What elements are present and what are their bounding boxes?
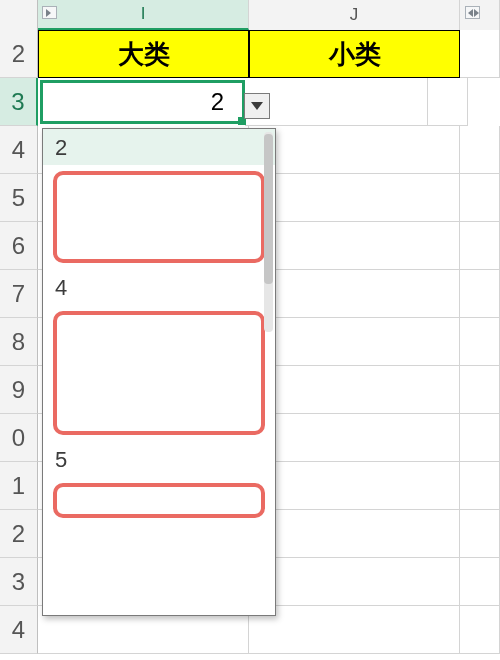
cell-I3-active[interactable]: 2 <box>40 80 245 124</box>
annotation-box-1 <box>53 171 265 263</box>
cell-K5[interactable] <box>460 174 500 222</box>
cell-K14[interactable] <box>460 606 500 654</box>
row-header-6[interactable]: 6 <box>0 222 38 270</box>
annotation-box-3 <box>53 483 265 518</box>
cell-K8[interactable] <box>460 318 500 366</box>
cell-J3[interactable] <box>245 78 428 126</box>
dropdown-scrollbar-thumb[interactable] <box>264 134 273 284</box>
row-header-9[interactable]: 9 <box>0 366 38 414</box>
row-header-4[interactable]: 4 <box>0 126 38 174</box>
dropdown-item-1[interactable]: 4 <box>43 269 275 305</box>
cell-K3[interactable] <box>428 78 468 126</box>
column-header-J[interactable]: J <box>249 0 460 30</box>
cell-J13[interactable] <box>249 558 460 606</box>
row-header-3[interactable]: 3 <box>0 78 38 126</box>
cell-J9[interactable] <box>249 366 460 414</box>
cell-J7[interactable] <box>249 270 460 318</box>
row-header-12[interactable]: 2 <box>0 510 38 558</box>
cell-J14[interactable] <box>249 606 460 654</box>
row-header-14[interactable]: 4 <box>0 606 38 654</box>
select-all-corner[interactable] <box>0 0 38 30</box>
active-cell-value: 2 <box>211 88 224 116</box>
cell-I2[interactable]: 大类 <box>38 30 249 78</box>
dropdown-item-0[interactable]: 2 <box>43 129 275 165</box>
cell-J6[interactable] <box>249 222 460 270</box>
cell-K13[interactable] <box>460 558 500 606</box>
row-header-13[interactable]: 3 <box>0 558 38 606</box>
cell-K9[interactable] <box>460 366 500 414</box>
annotation-box-2 <box>53 311 265 435</box>
cell-K6[interactable] <box>460 222 500 270</box>
cell-J5[interactable] <box>249 174 460 222</box>
cell-J2[interactable]: 小类 <box>249 30 460 78</box>
row-header-11[interactable]: 1 <box>0 462 38 510</box>
cell-K7[interactable] <box>460 270 500 318</box>
cell-J11[interactable] <box>249 462 460 510</box>
cell-J8[interactable] <box>249 318 460 366</box>
row-header-2[interactable]: 2 <box>0 30 38 78</box>
row-header-5[interactable]: 5 <box>0 174 38 222</box>
cell-K4[interactable] <box>460 126 500 174</box>
cell-K11[interactable] <box>460 462 500 510</box>
cell-K10[interactable] <box>460 414 500 462</box>
row-header-8[interactable]: 8 <box>0 318 38 366</box>
column-header-row: I J <box>0 0 500 30</box>
cell-J12[interactable] <box>249 510 460 558</box>
dropdown-item-2[interactable]: 5 <box>43 441 275 477</box>
row-header-7[interactable]: 7 <box>0 270 38 318</box>
validation-dropdown-list[interactable]: 2 4 5 <box>42 128 276 616</box>
cell-K12[interactable] <box>460 510 500 558</box>
row-header-10[interactable]: 0 <box>0 414 38 462</box>
outline-collapse-right-icon[interactable] <box>465 6 480 19</box>
column-header-I[interactable]: I <box>38 0 249 30</box>
row-headers: 2 3 4 5 6 7 8 9 0 1 2 3 4 <box>0 30 38 654</box>
dropdown-scrollbar[interactable] <box>264 132 273 332</box>
outline-expand-left-icon[interactable] <box>42 6 57 19</box>
cell-J10[interactable] <box>249 414 460 462</box>
cell-K2[interactable] <box>460 30 500 78</box>
cell-J4[interactable] <box>249 126 460 174</box>
